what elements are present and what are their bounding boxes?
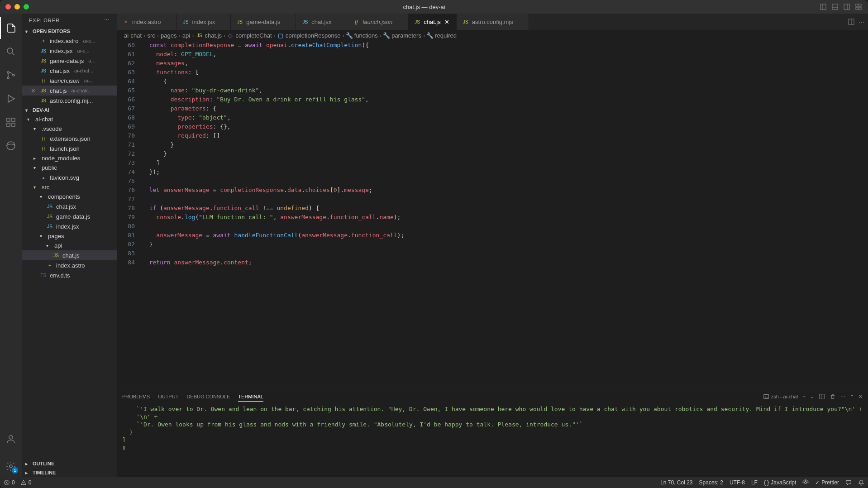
folder-item[interactable]: ▾public [22,163,117,172]
close-window-button[interactable] [5,4,11,10]
open-editor-item[interactable]: ✕{}launch.jsonai-... [22,76,117,86]
kill-terminal-icon[interactable] [830,393,836,400]
open-editor-item[interactable]: ✕JSchat.jsxai-chat... [22,66,117,76]
file-item[interactable]: JSindex.jsx [22,221,117,231]
breadcrumb-item[interactable]: ◇completeChat [227,32,272,39]
terminal-line: `'I walk over to Dr. Owen and lean on th… [122,406,863,413]
file-item[interactable]: TSenv.d.ts [22,270,117,280]
file-path: ai-chat/... [72,88,92,93]
editor-tab[interactable]: JSchat.jsx✕ [296,14,347,30]
search-icon[interactable] [0,41,22,62]
terminal-line: ] [122,436,863,444]
folder-item[interactable]: ▸node_modules [22,153,117,163]
panel-tab-problems[interactable]: PROBLEMS [122,392,150,401]
edge-tools-icon[interactable] [0,135,22,157]
outline-section[interactable]: ▸ OUTLINE [22,459,117,468]
more-icon[interactable]: ⋯ [104,17,110,23]
breadcrumb-item[interactable]: ai-chat [124,32,142,39]
open-editor-item[interactable]: ✕JSgame-data.jsa... [22,56,117,66]
editor-tab[interactable]: ✦index.astro✕ [117,14,177,30]
status-prettier[interactable]: ✓ Prettier [815,479,839,486]
layout-panel-icon[interactable] [819,3,827,11]
more-actions-icon[interactable]: ⋯ [858,19,864,25]
status-encoding[interactable]: UTF-8 [730,479,745,486]
status-live-icon[interactable] [802,479,809,486]
open-editor-item[interactable]: ✕JSchat.jsai-chat/... [22,86,117,96]
status-feedback-icon[interactable] [845,479,852,486]
breadcrumb-item[interactable]: 🔧required [427,32,457,39]
extensions-icon[interactable] [0,111,22,133]
file-item[interactable]: JSgame-data.js [22,211,117,221]
file-item[interactable]: JSchat.jsx [22,201,117,211]
breadcrumb-item[interactable]: ▢completionResponse [277,32,340,39]
breadcrumb-item[interactable]: JSchat.js [196,32,222,39]
open-editor-item[interactable]: ✕JSastro.config.mj... [22,96,117,105]
timeline-section[interactable]: ▸ TIMELINE [22,468,117,477]
breadcrumb-item[interactable]: src [147,32,155,39]
status-errors[interactable]: 0 [4,479,15,486]
open-editor-item[interactable]: ✕✦index.astroai-c... [22,36,117,46]
breadcrumb-item[interactable]: 🔧functions [346,32,378,39]
file-icon: JS [462,18,469,25]
terminal-line: } [122,429,863,436]
layout-right-icon[interactable] [843,3,851,11]
layout-customize-icon[interactable] [854,3,863,11]
open-editor-item[interactable]: ✕JSindex.jsxai-c... [22,46,117,56]
code-editor[interactable]: 6061626364656667686970717273747576777879… [117,41,868,389]
file-item[interactable]: {}launch.json [22,144,117,153]
svg-rect-18 [12,123,15,126]
file-icon: JS [196,32,203,39]
chevron-right-icon: ▸ [25,470,31,475]
project-section[interactable]: ▾ DEV-AI [22,105,117,115]
run-debug-icon[interactable] [0,88,22,110]
editor-tab[interactable]: {}launch.json✕ [347,14,408,30]
file-item[interactable]: ▲favicon.svg [22,172,117,182]
file-item[interactable]: JSchat.js [22,250,117,260]
folder-item[interactable]: ▾components [22,192,117,201]
breadcrumb-item[interactable]: 🔧parameters [383,32,421,39]
folder-item[interactable]: ▾api [22,241,117,250]
layout-bottom-icon[interactable] [831,3,839,11]
terminal-output[interactable]: `'I walk over to Dr. Owen and lean on th… [117,404,868,477]
svg-point-20 [7,142,15,150]
folder-item[interactable]: ▾pages [22,231,117,241]
status-eol[interactable]: LF [751,479,758,486]
maximize-panel-icon[interactable]: ⌃ [850,394,854,400]
panel-tab-output[interactable]: OUTPUT [158,392,178,401]
split-editor-icon[interactable] [848,18,855,25]
folder-item[interactable]: ▾src [22,182,117,192]
status-language[interactable]: { } JavaScript [764,479,796,486]
folder-item[interactable]: ▾ai-chat [22,115,117,124]
more-terminal-icon[interactable]: ⋯ [840,394,845,400]
panel-tab-terminal[interactable]: TERMINAL [238,392,263,402]
property-icon: 🔧 [427,32,433,38]
terminal-shell-label[interactable]: zsh - ai-chat [763,393,798,400]
status-position[interactable]: Ln 70, Col 23 [660,479,692,486]
close-panel-icon[interactable]: ✕ [858,394,863,400]
new-terminal-icon[interactable]: + [803,394,806,399]
status-bell-icon[interactable] [858,479,864,486]
source-control-icon[interactable] [0,64,22,86]
editor-tab[interactable]: JSgame-data.js✕ [231,14,296,30]
breadcrumb-item[interactable]: api [182,32,190,39]
terminal-dropdown-icon[interactable]: ⌄ [810,394,814,400]
open-editors-section[interactable]: ▾ OPEN EDITORS [22,27,117,36]
close-icon[interactable]: ✕ [31,87,37,94]
editor-tab[interactable]: JSchat.js✕ [408,14,457,30]
minimize-window-button[interactable] [14,4,20,10]
close-tab-icon[interactable]: ✕ [444,18,451,25]
accounts-icon[interactable] [0,428,22,450]
editor-tab[interactable]: JSindex.jsx✕ [177,14,231,30]
explorer-icon[interactable] [0,17,22,39]
status-warnings[interactable]: 0 [20,479,32,486]
split-terminal-icon[interactable] [819,393,825,400]
file-item[interactable]: ✦index.astro [22,260,117,270]
settings-gear-icon[interactable]: 1 [0,455,22,477]
folder-item[interactable]: ▾.vscode [22,124,117,134]
panel-tab-debug-console[interactable]: DEBUG CONSOLE [186,392,230,401]
editor-tab[interactable]: JSastro.config.mjs✕ [457,14,529,30]
breadcrumb-item[interactable]: pages [161,32,176,39]
maximize-window-button[interactable] [24,4,29,10]
file-item[interactable]: {}extensions.json [22,134,117,144]
status-spaces[interactable]: Spaces: 2 [699,479,723,486]
